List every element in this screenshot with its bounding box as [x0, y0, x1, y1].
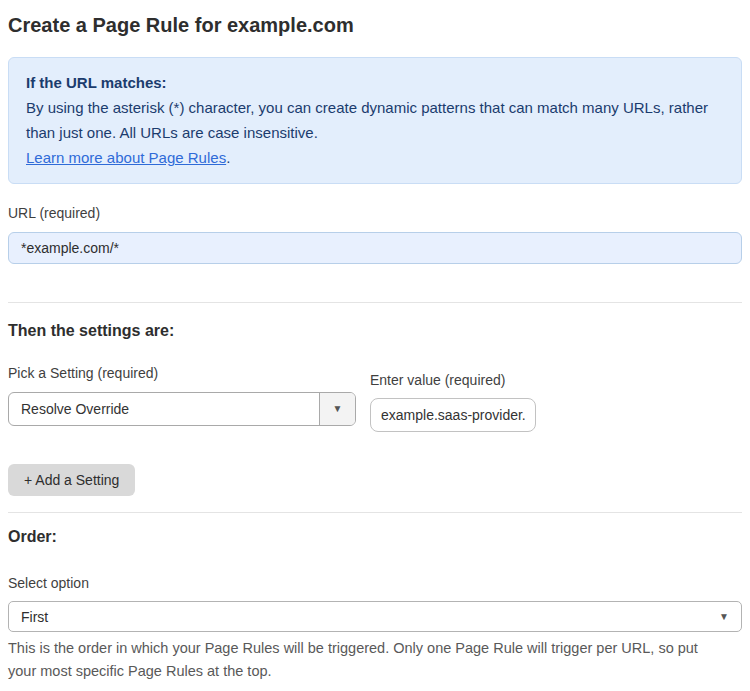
url-input[interactable] — [8, 232, 742, 264]
section-divider — [8, 512, 742, 513]
setting-picker-dropdown[interactable]: Resolve Override ▼ — [8, 392, 356, 426]
order-select[interactable]: First ▼ — [8, 601, 742, 632]
order-section-heading: Order: — [8, 527, 742, 547]
setting-picker-selected-value: Resolve Override — [9, 393, 319, 425]
settings-section-heading: Then the settings are: — [8, 321, 742, 341]
setting-picker-column: Pick a Setting (required) Resolve Overri… — [8, 364, 356, 426]
setting-picker-label: Pick a Setting (required) — [8, 364, 356, 382]
order-selected-option: First — [21, 609, 48, 625]
order-select-label: Select option — [8, 574, 742, 592]
url-field-label: URL (required) — [8, 204, 742, 222]
page-title: Create a Page Rule for example.com — [8, 13, 742, 37]
setting-value-column: Enter value (required) — [370, 371, 536, 432]
setting-value-label: Enter value (required) — [370, 371, 536, 389]
learn-more-link[interactable]: Learn more about Page Rules — [26, 149, 226, 166]
order-help-text: This is the order in which your Page Rul… — [8, 637, 728, 683]
chevron-down-icon: ▼ — [333, 404, 343, 414]
link-suffix-period: . — [226, 149, 230, 166]
url-match-info-callout: If the URL matches: By using the asteris… — [8, 57, 742, 184]
info-callout-link-line: Learn more about Page Rules. — [26, 145, 724, 170]
setting-picker-caret-button[interactable]: ▼ — [319, 393, 355, 425]
info-callout-body: By using the asterisk (*) character, you… — [26, 95, 724, 145]
add-setting-button[interactable]: + Add a Setting — [8, 464, 135, 496]
settings-row: Pick a Setting (required) Resolve Overri… — [8, 364, 742, 432]
section-divider — [8, 302, 742, 303]
info-callout-heading: If the URL matches: — [26, 70, 724, 95]
chevron-down-icon: ▼ — [719, 612, 729, 622]
setting-value-input[interactable] — [370, 398, 536, 432]
